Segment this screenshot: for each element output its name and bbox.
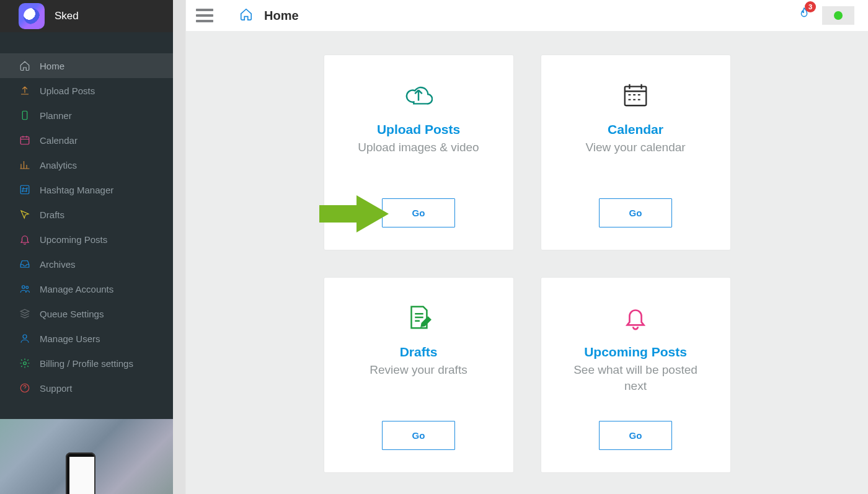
sidebar-item-drafts[interactable]: Drafts	[0, 202, 173, 227]
brand-logo-icon	[19, 3, 45, 29]
notifications-button[interactable]: 3	[797, 6, 811, 25]
sidebar-item-label: Billing / Profile settings	[40, 358, 133, 369]
go-button-upload-posts[interactable]: Go	[382, 198, 456, 227]
stack-icon	[19, 307, 31, 320]
sidebar-item-manage-accounts[interactable]: Manage Accounts	[0, 276, 173, 301]
svg-point-5	[23, 335, 27, 338]
notification-badge: 3	[805, 1, 816, 12]
sidebar-item-label: Upload Posts	[40, 86, 95, 96]
sidebar-item-queue-settings[interactable]: Queue Settings	[0, 301, 173, 326]
svg-point-6	[24, 362, 27, 365]
sidebar-item-manage-users[interactable]: Manage Users	[0, 326, 173, 351]
sidebar-item-billing-profile-settings[interactable]: Billing / Profile settings	[0, 351, 173, 376]
pointer-icon	[19, 208, 31, 221]
page-title: Home	[264, 9, 299, 23]
content: Upload Posts Upload images & video Go Ca…	[186, 32, 868, 494]
card-calendar: Calendar View your calendar Go	[541, 55, 730, 250]
upload-icon	[19, 84, 31, 97]
svg-marker-8	[319, 195, 389, 232]
sidebar-nav: Home Upload Posts Planner Calendar Analy	[0, 32, 173, 400]
sidebar-item-label: Manage Accounts	[40, 284, 113, 294]
card-title: Drafts	[400, 345, 438, 359]
card-drafts: Drafts Review your drafts Go	[324, 278, 513, 472]
bell-icon	[621, 302, 650, 332]
sidebar-item-label: Drafts	[40, 210, 64, 220]
svg-rect-1	[20, 137, 29, 144]
annotation-arrow-icon	[319, 194, 389, 234]
cloud-upload-icon	[404, 80, 433, 110]
menu-toggle-button[interactable]	[196, 9, 213, 22]
gear-icon	[19, 357, 31, 369]
sidebar-item-label: Planner	[40, 110, 72, 121]
status-indicator[interactable]	[822, 6, 854, 25]
dashboard-grid: Upload Posts Upload images & video Go Ca…	[324, 55, 730, 470]
sidebar-item-upload-posts[interactable]: Upload Posts	[0, 78, 173, 103]
sidebar-item-home[interactable]: Home	[0, 53, 173, 78]
sidebar-item-label: Hashtag Manager	[40, 185, 113, 195]
sidebar-item-label: Upcoming Posts	[40, 234, 107, 245]
sidebar-item-label: Archives	[40, 259, 76, 270]
home-icon	[239, 7, 253, 24]
sidebar-promo-image	[0, 419, 173, 494]
brand-header: Sked	[0, 0, 173, 32]
go-button-drafts[interactable]: Go	[382, 421, 456, 450]
card-title: Upcoming Posts	[584, 345, 687, 359]
sidebar-item-support[interactable]: Support	[0, 376, 173, 400]
sidebar-item-label: Calendar	[40, 135, 78, 146]
svg-rect-9	[625, 87, 647, 106]
card-desc: See what will be posted next	[562, 362, 709, 394]
divider-strip	[173, 0, 186, 494]
sidebar-item-calendar[interactable]: Calendar	[0, 128, 173, 152]
sidebar-item-planner[interactable]: Planner	[0, 103, 173, 128]
help-icon	[19, 382, 31, 394]
svg-rect-0	[22, 111, 27, 120]
topbar: Home 3	[186, 0, 868, 32]
card-desc: Upload images & video	[358, 139, 479, 156]
card-upcoming-posts: Upcoming Posts See what will be posted n…	[541, 278, 730, 472]
sidebar-item-archives[interactable]: Archives	[0, 252, 173, 276]
svg-point-4	[26, 286, 29, 289]
sidebar-item-hashtag-manager[interactable]: Hashtag Manager	[0, 177, 173, 202]
sidebar: Sked Home Upload Posts Planner Calendar	[0, 0, 173, 494]
card-desc: Review your drafts	[370, 362, 467, 378]
sidebar-item-label: Home	[40, 61, 64, 71]
document-edit-icon	[404, 302, 433, 332]
sidebar-item-analytics[interactable]: Analytics	[0, 152, 173, 177]
hash-icon	[19, 183, 31, 196]
go-button-upcoming-posts[interactable]: Go	[599, 421, 673, 450]
device-icon	[19, 109, 31, 121]
home-icon	[19, 60, 31, 72]
card-title: Upload Posts	[377, 122, 460, 137]
brand-name: Sked	[55, 10, 79, 22]
user-icon	[19, 332, 31, 345]
bell-icon	[19, 233, 31, 245]
go-button-calendar[interactable]: Go	[599, 198, 673, 227]
chart-icon	[19, 159, 31, 171]
sidebar-item-upcoming-posts[interactable]: Upcoming Posts	[0, 227, 173, 252]
svg-rect-2	[20, 185, 29, 194]
inbox-icon	[19, 258, 31, 270]
users-icon	[19, 283, 31, 295]
svg-point-3	[22, 286, 25, 289]
sidebar-item-label: Support	[40, 383, 73, 394]
calendar-icon	[19, 134, 31, 146]
calendar-icon	[621, 80, 650, 110]
status-dot-icon	[834, 11, 843, 20]
main: Home 3 Upload Posts Upload images & vide…	[186, 0, 868, 494]
card-desc: View your calendar	[585, 139, 685, 156]
card-title: Calendar	[608, 122, 663, 137]
sidebar-item-label: Queue Settings	[40, 309, 104, 319]
sidebar-item-label: Analytics	[40, 160, 77, 170]
sidebar-item-label: Manage Users	[40, 333, 100, 344]
